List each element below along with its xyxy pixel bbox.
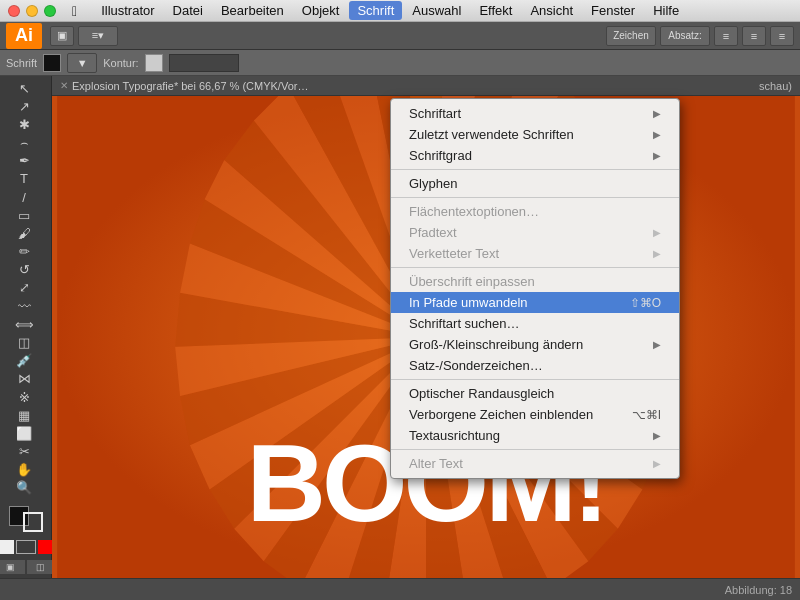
window-controls[interactable] [8,5,56,17]
align-center[interactable]: ≡ [742,26,766,46]
app-toolbar: Ai ▣ ≡▾ Zeichen Absatz: ≡ ≡ ≡ [0,22,800,50]
tool-rotate[interactable]: ↺ [2,262,46,278]
tool-width[interactable]: ⟺ [2,316,46,332]
document-tab-label: Explosion Typografie* bei 66,67 % (CMYK/… [72,80,308,92]
menu-item-optischer-rand[interactable]: Optischer Randausgleich [391,383,679,404]
menu-item-in-pfade-umwandeln[interactable]: In Pfade umwandeln ⇧⌘O [391,292,679,313]
schrift-dropdown-menu: Schriftart ▶ Zuletzt verwendete Schrifte… [390,98,680,479]
separator-5 [391,449,679,450]
maximize-button[interactable] [44,5,56,17]
tool-hand[interactable]: ✋ [2,462,46,478]
menu-item-textausrichtung[interactable]: Textausrichtung ▶ [391,425,679,446]
tool-artboard[interactable]: ⬜ [2,425,46,441]
tool-blend[interactable]: ⋈ [2,371,46,387]
panel-zeichen[interactable]: Zeichen [606,26,656,46]
tool-direct-select[interactable]: ↗ [2,98,46,114]
behind-mode[interactable] [16,540,36,554]
title-bar:  Illustrator Datei Bearbeiten Objekt Sc… [0,0,800,22]
tool-select-arrow[interactable]: ↖ [2,80,46,96]
tool-slice[interactable]: ✂ [2,443,46,459]
menu-item-satz-sonderzeichen[interactable]: Satz-/Sonderzeichen… [391,355,679,376]
minimize-button[interactable] [26,5,38,17]
tool-gradient[interactable]: ◫ [2,334,46,350]
menu-fenster[interactable]: Fenster [583,1,643,20]
separator-3 [391,267,679,268]
tool-rect[interactable]: ▭ [2,207,46,223]
draw-behind[interactable]: ◫ [27,560,55,574]
draw-normal[interactable]: ▣ [0,560,25,574]
canvas-area: ✕ Explosion Typografie* bei 66,67 % (CMY… [52,76,800,578]
schrift-color[interactable] [43,54,61,72]
menu-item-zuletzt-verwendet[interactable]: Zuletzt verwendete Schriften ▶ [391,124,679,145]
kontur-color[interactable] [145,54,163,72]
stroke-color[interactable] [23,512,43,532]
tool-eyedropper[interactable]: 💉 [2,353,46,369]
tool-lasso[interactable]: ⌢ [2,135,46,151]
menu-item-gross-klein[interactable]: Groß-/Kleinschreibung ändern ▶ [391,334,679,355]
menu-item-schriftart[interactable]: Schriftart ▶ [391,103,679,124]
tool-column-graph[interactable]: ▦ [2,407,46,423]
schrift-label: Schrift [6,57,37,69]
tool-scale[interactable]: ⤢ [2,280,46,296]
tool-paintbrush[interactable]: 🖌 [2,225,46,241]
tool-warp[interactable]: 〰 [2,298,46,314]
close-button[interactable] [8,5,20,17]
tool-type[interactable]: T [2,171,46,187]
apple-menu[interactable]:  [64,1,85,21]
menu-datei[interactable]: Datei [165,1,211,20]
normal-mode[interactable] [0,540,14,554]
menu-effekt[interactable]: Effekt [471,1,520,20]
menu-item-verborgene-zeichen[interactable]: Verborgene Zeichen einblenden ⌥⌘I [391,404,679,425]
status-bar: Abbildung: 18 [0,578,800,600]
ai-logo: Ai [6,23,42,49]
kontur-label: Kontur: [103,57,138,69]
separator-1 [391,169,679,170]
align-right[interactable]: ≡ [770,26,794,46]
menu-item-verketteter-text: Verketteter Text ▶ [391,243,679,264]
tools-panel: ↖ ↗ ✱ ⌢ ✒ T / ▭ 🖌 ✏ ↺ ⤢ 〰 ⟺ ◫ 💉 ⋈ ※ ▦ ⬜ … [0,76,52,578]
align-left[interactable]: ≡ [714,26,738,46]
menu-bar:  Illustrator Datei Bearbeiten Objekt Sc… [64,1,687,21]
separator-4 [391,379,679,380]
menu-item-alter-text: Alter Text ▶ [391,453,679,474]
menu-item-pfadtext: Pfadtext ▶ [391,222,679,243]
menu-illustrator[interactable]: Illustrator [93,1,162,20]
menu-auswahl[interactable]: Auswahl [404,1,469,20]
menu-ansicht[interactable]: Ansicht [522,1,581,20]
toolbar-btn-2[interactable]: ≡▾ [78,26,118,46]
menu-item-schriftgrad[interactable]: Schriftgrad ▶ [391,145,679,166]
menu-bearbeiten[interactable]: Bearbeiten [213,1,292,20]
tool-pen[interactable]: ✒ [2,153,46,169]
menu-hilfe[interactable]: Hilfe [645,1,687,20]
panel-hint: schau) [759,80,792,92]
menu-item-flaechentextoptionen: Flächentextoptionen… [391,201,679,222]
tool-pencil[interactable]: ✏ [2,244,46,260]
menu-item-uberschrift: Überschrift einpassen [391,271,679,292]
separator-2 [391,197,679,198]
tool-line[interactable]: / [2,189,46,205]
tool-magic-wand[interactable]: ✱ [2,116,46,132]
toolbar-btn-1[interactable]: ▣ [50,26,74,46]
menu-schrift[interactable]: Schrift [349,1,402,20]
document-tab[interactable]: ✕ Explosion Typografie* bei 66,67 % (CMY… [52,76,800,96]
tool-zoom[interactable]: 🔍 [2,480,46,496]
panel-absatz[interactable]: Absatz: [660,26,710,46]
kontur-input[interactable] [169,54,239,72]
schrift-toolbar: Schrift ▼ Kontur: [0,50,800,76]
schrift-options[interactable]: ▼ [67,53,97,73]
tool-symbol[interactable]: ※ [2,389,46,405]
main-area: ↖ ↗ ✱ ⌢ ✒ T / ▭ 🖌 ✏ ↺ ⤢ 〰 ⟺ ◫ 💉 ⋈ ※ ▦ ⬜ … [0,76,800,578]
status-label: Abbildung: 18 [725,584,792,596]
tab-close-icon[interactable]: ✕ [60,80,68,91]
menu-item-schriftart-suchen[interactable]: Schriftart suchen… [391,313,679,334]
menu-objekt[interactable]: Objekt [294,1,348,20]
menu-item-glyphen[interactable]: Glyphen [391,173,679,194]
